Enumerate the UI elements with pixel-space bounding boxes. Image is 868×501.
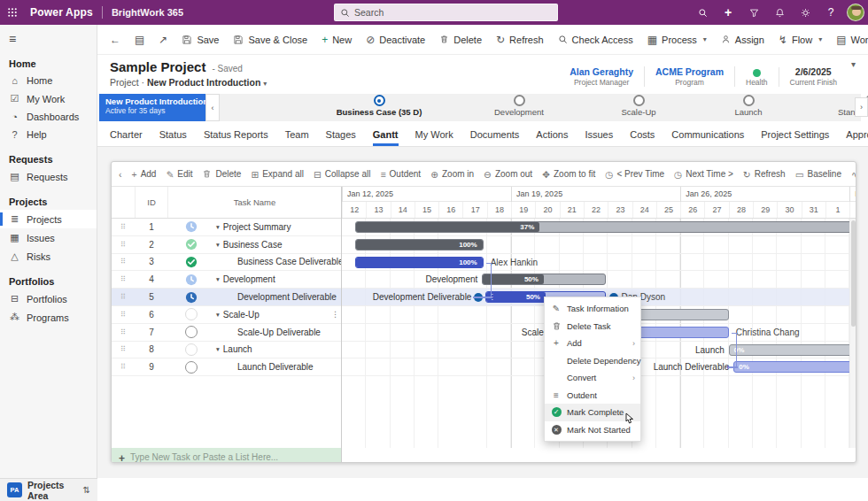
sidebar-item-risks[interactable]: △Risks — [0, 247, 97, 266]
prev-time-button[interactable]: ◷< Prev Time — [605, 169, 664, 180]
task-row-1[interactable]: ⠿1▾Project Summary — [112, 219, 341, 236]
task-name-cell[interactable]: Launch Deliverable — [214, 362, 341, 372]
sidebar-item-portfolios[interactable]: ⊟Portfolios — [0, 289, 97, 308]
flow-button[interactable]: ↯Flow▾ — [779, 34, 822, 46]
next-time-button[interactable]: ◷Next Time > — [674, 169, 733, 180]
tab-status-reports[interactable]: Status Reports — [204, 129, 268, 146]
vertical-scrollbar[interactable] — [849, 219, 856, 448]
collapse-all-button[interactable]: ⊟Collapse all — [314, 169, 371, 180]
search-input[interactable]: Search — [334, 4, 558, 21]
task-row-8[interactable]: ⠿8▾Launch — [112, 342, 341, 359]
deactivate-button[interactable]: ⊘Deactivate — [366, 34, 425, 46]
gantt-bar-2[interactable]: 100% — [355, 239, 484, 250]
header-field-link[interactable]: ACME Program — [655, 66, 724, 77]
menu-item-outdent[interactable]: ≡Outdent — [545, 387, 640, 405]
chevron-left-button[interactable]: ‹ — [119, 169, 122, 180]
collapse-arrow-icon[interactable]: ▾ — [216, 241, 220, 249]
add-task-bar[interactable]: + Type New Task or Paste a List Here... — [112, 448, 341, 463]
menu-item-task-information[interactable]: ✎Task Information — [545, 300, 640, 318]
task-row-5[interactable]: ⠿5Development Deliverable — [112, 289, 341, 306]
zoom-to-fit-button[interactable]: ✥Zoom to fit — [542, 169, 595, 180]
tab-my-work[interactable]: My Work — [415, 129, 453, 146]
sidebar-item-dashboards[interactable]: ◔Dashboards — [0, 108, 97, 126]
tab-actions[interactable]: Actions — [536, 129, 568, 146]
gantt-bar-8[interactable]: 0% — [729, 344, 854, 356]
drag-handle-icon[interactable]: ⠿ — [112, 275, 135, 283]
active-stage-box[interactable]: New Product Introduction Active for 35 d… — [99, 94, 205, 121]
task-row-9[interactable]: ⠿9Launch Deliverable — [112, 358, 341, 376]
filter-icon[interactable] — [744, 3, 763, 22]
zoom-in-button[interactable]: ⊕Zoom in — [430, 169, 474, 180]
tab-stages[interactable]: Stages — [326, 129, 356, 146]
baseline-button[interactable]: ▭Baseline — [795, 169, 841, 180]
new-task-input[interactable]: Type New Task or Paste a List Here... — [130, 452, 303, 464]
task-row-7[interactable]: ⠿7Scale-Up Deliverable — [112, 324, 341, 342]
area-switch-icon[interactable]: ⇅ — [83, 485, 90, 495]
sidebar-item-my-work[interactable]: ☑My Work — [0, 89, 97, 108]
gantt-row-4[interactable]: Development50% — [342, 271, 856, 289]
edit-button[interactable]: ✎Edit — [166, 169, 192, 180]
save-close-button[interactable]: Save & Close — [233, 35, 307, 45]
tab-team[interactable]: Team — [285, 129, 309, 146]
bpf-stage-launch[interactable]: Launch — [686, 95, 810, 117]
bpf-stage-development[interactable]: Development — [457, 95, 581, 117]
drag-handle-icon[interactable]: ⠿ — [112, 223, 135, 231]
board-button[interactable]: ▤ — [135, 34, 144, 46]
tab-project-settings[interactable]: Project Settings — [761, 129, 829, 146]
process-button[interactable]: ▦Process▾ — [647, 34, 707, 46]
search-icon[interactable] — [693, 3, 712, 22]
tab-documents[interactable]: Documents — [470, 129, 520, 146]
sidebar-item-programs[interactable]: ⁂Programs — [0, 308, 97, 327]
tab-gantt[interactable]: Gantt — [373, 129, 399, 146]
breadcrumb[interactable]: Project · New Product Introduction ▾ — [110, 77, 267, 88]
menu-item-convert[interactable]: Convert› — [545, 369, 640, 387]
collapse-arrow-icon[interactable]: ▾ — [216, 345, 220, 353]
sidebar-item-projects[interactable]: ≣Projects — [0, 210, 97, 228]
sidebar-collapse-icon[interactable]: ≡ — [0, 25, 97, 48]
sidebar-item-help[interactable]: ?Help — [0, 126, 97, 143]
task-name-cell[interactable]: Scale-Up Deliverable — [214, 328, 341, 337]
assign-button[interactable]: Assign — [721, 35, 764, 45]
menu-item-delete-dependency[interactable]: Delete Dependency› — [545, 352, 640, 370]
drag-handle-icon[interactable]: ⠿ — [112, 328, 135, 336]
refresh-button[interactable]: ↻Refresh — [496, 34, 544, 46]
task-name-cell[interactable]: ▾Development — [214, 274, 341, 284]
bpf-collapse-icon[interactable]: ‹ — [205, 94, 220, 121]
menu-item-add[interactable]: +Add› — [545, 335, 640, 352]
task-name-cell[interactable]: Development Deliverable — [214, 292, 341, 302]
environment-name[interactable]: BrightWork 365 — [112, 7, 183, 18]
popout-button[interactable]: ↗ — [159, 34, 167, 46]
sidebar-item-home[interactable]: ⌂Home — [0, 72, 97, 89]
gear-icon[interactable] — [795, 3, 815, 22]
menu-item-delete-task[interactable]: Delete Task — [545, 318, 640, 335]
waffle-menu-icon[interactable] — [0, 0, 25, 25]
new-button[interactable]: +New — [322, 34, 352, 46]
tab-approvals[interactable]: Approvals — [846, 129, 868, 146]
task-row-2[interactable]: ⠿2▾Business Case — [112, 236, 341, 254]
sidebar-item-requests[interactable]: ▤Requests — [0, 167, 97, 186]
collapse-arrow-icon[interactable]: ▾ — [216, 275, 220, 283]
drag-handle-icon[interactable]: ⠿ — [112, 363, 135, 371]
bpf-stage-business-case-35-d[interactable]: Business Case (35 D) — [317, 95, 441, 117]
zoom-out-button[interactable]: ⊖Zoom out — [484, 169, 532, 180]
task-name-cell[interactable]: ▾Scale-Up — [214, 310, 341, 320]
task-row-6[interactable]: ⠿6▾Scale-Up⋮ — [112, 306, 341, 324]
bpf-next-stage-icon[interactable]: › — [855, 97, 868, 117]
collapse-arrow-icon[interactable]: ▾ — [216, 311, 220, 319]
gantt-bar-1[interactable]: 37% — [355, 221, 853, 233]
delete-button[interactable]: Delete — [202, 169, 241, 179]
collapse-arrow-icon[interactable]: ▾ — [216, 223, 220, 231]
sidebar-item-issues[interactable]: ▦Issues — [0, 228, 97, 247]
word-templates-button[interactable]: ▤Word Templates▾ — [836, 34, 868, 46]
header-expand-icon[interactable]: ▾ — [851, 59, 856, 94]
task-name-cell[interactable]: ▾Launch — [214, 344, 341, 354]
outdent-button[interactable]: ≡Outdent — [380, 169, 421, 180]
tab-issues[interactable]: Issues — [585, 129, 613, 146]
task-row-4[interactable]: ⠿4▾Development — [112, 271, 341, 289]
row-options-icon[interactable]: ⋮ — [331, 310, 339, 319]
menu-item-mark-complete[interactable]: ✓Mark Complete — [545, 404, 640, 421]
save-button[interactable]: Save — [182, 35, 219, 45]
tab-charter[interactable]: Charter — [110, 129, 143, 146]
drag-handle-icon[interactable]: ⠿ — [112, 293, 135, 301]
tab-status[interactable]: Status — [159, 129, 187, 146]
